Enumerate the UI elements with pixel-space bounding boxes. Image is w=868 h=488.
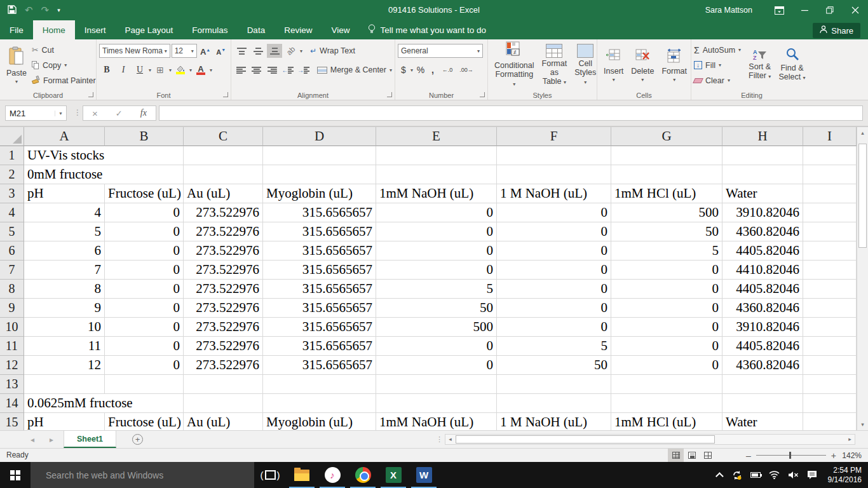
cell[interactable]: 315.6565657 xyxy=(263,261,376,280)
cell[interactable] xyxy=(497,165,611,184)
cell[interactable] xyxy=(803,280,857,299)
insert-function-icon[interactable]: fx xyxy=(140,108,147,118)
row-header-13[interactable]: 13 xyxy=(0,375,24,394)
row-header-3[interactable]: 3 xyxy=(0,184,24,203)
sync-icon[interactable] xyxy=(732,470,742,480)
cell[interactable]: pH xyxy=(24,413,105,430)
cell[interactable] xyxy=(803,318,857,337)
scroll-down-icon[interactable]: ▾ xyxy=(857,419,868,430)
cell[interactable]: 0 xyxy=(497,261,611,280)
row-header-4[interactable]: 4 xyxy=(0,203,24,222)
cell[interactable]: 0 xyxy=(105,337,184,356)
clear-button[interactable]: Clear ▾ xyxy=(694,74,741,88)
format-cells-button[interactable]: Format ▾ xyxy=(658,42,691,88)
column-header-F[interactable]: F xyxy=(497,127,611,146)
clock[interactable]: 2:54 PM 9/14/2016 xyxy=(825,466,862,485)
format-dropdown-icon[interactable]: ▾ xyxy=(673,77,675,83)
cell[interactable]: 4 xyxy=(24,203,105,222)
cell[interactable]: 0.0625mM fructose xyxy=(24,394,184,413)
cell[interactable]: 4360.82046 xyxy=(722,222,803,241)
cell[interactable]: 315.6565657 xyxy=(263,337,376,356)
top-align-icon[interactable] xyxy=(234,44,249,58)
new-sheet-button[interactable]: + xyxy=(132,434,143,445)
cell[interactable]: UV-Vis stocks xyxy=(24,146,184,165)
start-button[interactable] xyxy=(0,462,31,488)
cell[interactable] xyxy=(376,394,497,413)
insert-cells-button[interactable]: Insert ▾ xyxy=(600,42,627,88)
autosum-button[interactable]: Σ AutoSum ▾ xyxy=(694,43,741,57)
copy-button[interactable]: Copy ▾ xyxy=(32,58,96,72)
horizontal-scrollbar[interactable]: ◂ ▸ xyxy=(445,434,855,445)
comma-style-icon[interactable]: , xyxy=(428,63,437,77)
cell[interactable]: 273.522976 xyxy=(184,203,263,222)
cell[interactable]: 6 xyxy=(24,241,105,261)
cell[interactable] xyxy=(722,375,803,394)
cell[interactable] xyxy=(263,146,376,165)
cell[interactable]: 50 xyxy=(497,356,611,375)
row-header-5[interactable]: 5 xyxy=(0,222,24,241)
cell[interactable]: 1mM NaOH (uL) xyxy=(376,184,497,203)
cell[interactable]: Fructose (uL) xyxy=(105,413,184,430)
cell[interactable]: 0 xyxy=(105,203,184,222)
cell[interactable]: pH xyxy=(24,184,105,203)
cell[interactable] xyxy=(803,261,857,280)
cell[interactable]: Au (uL) xyxy=(184,413,263,430)
wifi-icon[interactable] xyxy=(769,471,780,479)
decrease-indent-icon[interactable]: ← xyxy=(281,63,295,77)
cell[interactable] xyxy=(497,146,611,165)
redo-icon[interactable]: ↷ xyxy=(41,4,50,16)
save-icon[interactable] xyxy=(8,5,17,16)
vertical-scroll-thumb[interactable] xyxy=(858,144,867,248)
cell[interactable]: 0 xyxy=(497,222,611,241)
cell[interactable]: 0 xyxy=(497,241,611,261)
action-center-icon[interactable] xyxy=(807,470,817,480)
cell[interactable]: Fructose (uL) xyxy=(105,184,184,203)
zoom-in-icon[interactable]: + xyxy=(831,451,836,460)
row-header-14[interactable]: 14 xyxy=(0,394,24,413)
cell[interactable]: 273.522976 xyxy=(184,241,263,261)
accounting-dropdown-icon[interactable]: ▾ xyxy=(410,67,413,73)
cell[interactable] xyxy=(263,165,376,184)
cell[interactable]: 273.522976 xyxy=(184,356,263,375)
cell[interactable] xyxy=(184,165,263,184)
align-center-icon[interactable] xyxy=(250,63,264,77)
zoom-level[interactable]: 142% xyxy=(841,451,862,460)
column-header-D[interactable]: D xyxy=(263,127,376,146)
user-name[interactable]: Sara Mattson xyxy=(705,6,752,15)
cell[interactable]: 500 xyxy=(611,203,722,222)
tab-insert[interactable]: Insert xyxy=(75,20,116,39)
zoom-slider-thumb[interactable] xyxy=(789,452,791,459)
column-header-H[interactable]: H xyxy=(722,127,803,146)
cell[interactable]: 4410.82046 xyxy=(722,261,803,280)
cell[interactable]: 0 xyxy=(376,261,497,280)
cell[interactable]: 0 xyxy=(376,222,497,241)
increase-indent-icon[interactable]: → xyxy=(296,63,311,77)
chrome-button[interactable] xyxy=(348,462,377,488)
font-size-combo[interactable]: 12 ▾ xyxy=(172,44,197,58)
cell[interactable]: 273.522976 xyxy=(184,318,263,337)
grow-font-button[interactable]: A▲ xyxy=(198,44,213,58)
cell[interactable]: 0 xyxy=(497,318,611,337)
font-color-icon[interactable]: A xyxy=(193,63,208,77)
cell[interactable] xyxy=(803,299,857,318)
cell[interactable] xyxy=(611,146,722,165)
cell[interactable] xyxy=(105,375,184,394)
alignment-dialog-launcher-icon[interactable] xyxy=(387,92,392,97)
font-color-dropdown-icon[interactable]: ▾ xyxy=(210,67,212,73)
cell[interactable]: 273.522976 xyxy=(184,337,263,356)
column-header-C[interactable]: C xyxy=(184,127,263,146)
cell[interactable]: 0 xyxy=(497,299,611,318)
cell[interactable]: 12 xyxy=(24,356,105,375)
tell-me-box[interactable]: Tell me what you want to do xyxy=(368,20,486,39)
cell[interactable] xyxy=(722,165,803,184)
itunes-button[interactable]: ♪ xyxy=(318,462,347,488)
cell[interactable]: Water xyxy=(722,413,803,430)
taskbar-search-box[interactable]: Search the web and Windows xyxy=(31,462,254,488)
cell[interactable]: 5 xyxy=(24,222,105,241)
orientation-icon[interactable]: ab xyxy=(283,44,299,58)
cell[interactable]: 0 xyxy=(497,203,611,222)
row-header-12[interactable]: 12 xyxy=(0,356,24,375)
column-header-A[interactable]: A xyxy=(24,127,105,146)
cell[interactable]: 0 xyxy=(611,337,722,356)
sort-filter-button[interactable]: AZ Sort &Filter ▾ xyxy=(745,42,775,88)
